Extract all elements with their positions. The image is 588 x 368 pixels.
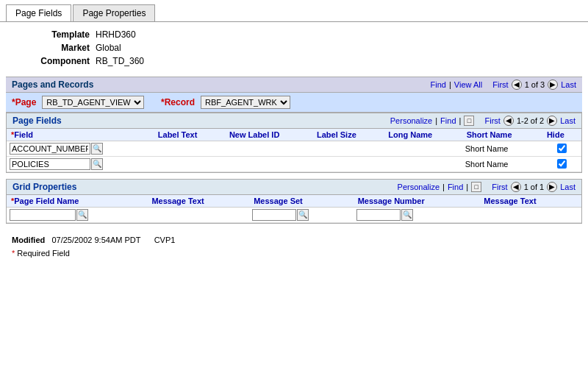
page-fields-header: Page Fields Personalize | Find | □ First… xyxy=(7,113,581,129)
pages-records-find-link[interactable]: Find xyxy=(431,80,446,89)
page-select[interactable]: RB_TD_AGENT_VIEW xyxy=(42,96,144,109)
required-note: * Required Field xyxy=(12,249,576,258)
pages-records-first-link[interactable]: First xyxy=(492,80,508,89)
tab-page-fields[interactable]: Page Fields xyxy=(6,4,71,21)
pf-find-link[interactable]: Find xyxy=(440,116,456,125)
gp-search-icon[interactable]: 🔍 xyxy=(76,209,88,221)
col-label-text: Label Text xyxy=(154,129,225,141)
nav-sep1: | xyxy=(449,80,451,89)
gp-col-msg-set: Message Set xyxy=(249,195,354,208)
market-value: Global xyxy=(96,43,121,53)
grid-properties-section: Grid Properties Personalize | Find | □ F… xyxy=(6,179,582,224)
pages-records-viewall-link[interactable]: View All xyxy=(454,80,482,89)
footer-section: Modified 07/25/2002 9:54AM PDT CVP1 * Re… xyxy=(6,230,582,263)
col-hide: Hide xyxy=(542,129,581,141)
component-label: Component xyxy=(15,56,96,66)
pf-new-label-id-1 xyxy=(225,157,312,172)
pf-left-arrow[interactable]: ◀ xyxy=(503,116,514,126)
page-fields-label: Page Fields xyxy=(12,116,62,126)
grid-props-nav: Personalize | Find | □ First ◀ 1 of 1 ▶ … xyxy=(398,182,576,192)
pf-hide-checkbox-1[interactable] xyxy=(557,159,567,169)
gp-left-arrow[interactable]: ◀ xyxy=(511,182,521,192)
col-label-size: Label Size xyxy=(312,129,384,141)
gp-first-link[interactable]: First xyxy=(492,183,507,191)
footer-modified-row: Modified 07/25/2002 9:54AM PDT CVP1 xyxy=(12,236,576,244)
template-label: Template xyxy=(15,29,96,40)
tab-page-properties[interactable]: Page Properties xyxy=(73,4,155,21)
pf-long-name-1 xyxy=(384,157,462,172)
pages-records-label: Pages and Records xyxy=(12,79,93,90)
pages-records-header: Pages and Records Find | View All First … xyxy=(6,77,582,93)
pf-short-name-0: Short Name xyxy=(462,141,542,157)
modified-by: CVP1 xyxy=(154,236,176,244)
left-arrow-pages[interactable]: ◀ xyxy=(512,79,522,90)
page-fields-table: *Field Label Text New Label ID Label Siz… xyxy=(7,129,581,172)
pf-personalize-link[interactable]: Personalize xyxy=(390,116,432,125)
component-value: RB_TD_360 xyxy=(96,56,144,66)
gp-col-msg-num: Message Number xyxy=(354,195,480,208)
pages-records-last-link[interactable]: Last xyxy=(561,80,576,89)
col-long-name: Long Name xyxy=(384,129,462,141)
modified-label: Modified xyxy=(12,236,45,244)
gp-col-field-name: *Page Field Name xyxy=(7,195,147,208)
page-field-label: *Page xyxy=(12,97,36,107)
modified-value: 07/25/2002 9:54AM PDT xyxy=(51,236,140,244)
grid-props-header: Grid Properties Personalize | Find | □ F… xyxy=(7,180,581,195)
pf-field-input-0[interactable] xyxy=(10,143,90,155)
gp-msg-num-input[interactable] xyxy=(356,209,401,221)
page-fields-nav: Personalize | Find | □ First ◀ 1-2 of 2 … xyxy=(390,116,576,126)
gp-col-msg-text2: Message Text xyxy=(479,195,581,208)
market-label: Market xyxy=(15,43,96,53)
col-new-label-id: New Label ID xyxy=(225,129,312,141)
pf-first-link[interactable]: First xyxy=(485,116,501,125)
pf-long-name-0 xyxy=(384,141,462,157)
pf-short-name-1: Short Name xyxy=(462,157,542,172)
pf-right-arrow[interactable]: ▶ xyxy=(547,116,557,126)
gp-find-link[interactable]: Find xyxy=(448,183,463,191)
pf-search-icon-1[interactable]: 🔍 xyxy=(91,158,103,170)
meta-section: Template HRHD360 Market Global Component… xyxy=(0,22,588,77)
gp-right-arrow[interactable]: ▶ xyxy=(547,182,557,192)
pf-search-icon-0[interactable]: 🔍 xyxy=(91,143,103,155)
grid-props-label: Grid Properties xyxy=(12,182,76,192)
pf-label-text-0 xyxy=(154,141,225,157)
pf-new-label-id-0 xyxy=(225,141,312,157)
main-wrapper: Pages and Records Find | View All First … xyxy=(0,77,588,263)
record-select[interactable]: RBF_AGENT_WRK xyxy=(201,96,290,109)
page-fields-section: Page Fields Personalize | Find | □ First… xyxy=(6,113,582,173)
page-record-row: *Page RB_TD_AGENT_VIEW *Record RBF_AGENT… xyxy=(6,93,582,113)
gp-pagination: 1 of 1 xyxy=(524,183,545,191)
gp-field-name-input[interactable] xyxy=(10,209,76,221)
gp-msg-set-search-icon[interactable]: 🔍 xyxy=(297,209,309,221)
gp-new-window-icon[interactable]: □ xyxy=(471,182,481,192)
table-row: 🔍 🔍 🔍 xyxy=(7,208,581,223)
record-field-label: *Record xyxy=(161,97,195,107)
col-short-name: Short Name xyxy=(462,129,542,141)
gp-last-link[interactable]: Last xyxy=(560,183,576,191)
gp-col-msg-text1: Message Text xyxy=(147,195,249,208)
gp-msg-num-search-icon[interactable]: 🔍 xyxy=(401,209,413,221)
pages-records-nav: Find | View All First ◀ 1 of 3 ▶ Last xyxy=(431,79,576,90)
pf-label-size-1 xyxy=(312,157,384,172)
pf-new-window-icon[interactable]: □ xyxy=(464,116,474,126)
tabs-bar: Page Fields Page Properties xyxy=(0,0,588,22)
pf-label-text-1 xyxy=(154,157,225,172)
pf-pagination: 1-2 of 2 xyxy=(517,116,544,125)
col-field: *Field xyxy=(7,129,154,141)
gp-personalize-link[interactable]: Personalize xyxy=(398,183,440,191)
pf-last-link[interactable]: Last xyxy=(560,116,576,125)
pf-label-size-0 xyxy=(312,141,384,157)
pf-hide-checkbox-0[interactable] xyxy=(557,144,567,153)
right-arrow-pages[interactable]: ▶ xyxy=(548,79,558,90)
template-value: HRHD360 xyxy=(96,29,136,40)
table-row: 🔍 Short Name xyxy=(7,157,581,172)
table-row: 🔍 Short Name xyxy=(7,141,581,157)
pages-records-pagination: 1 of 3 xyxy=(525,80,545,89)
grid-props-table: *Page Field Name Message Text Message Se… xyxy=(7,195,581,223)
gp-msg-set-input[interactable] xyxy=(252,209,296,221)
pf-field-input-1[interactable] xyxy=(10,158,90,170)
